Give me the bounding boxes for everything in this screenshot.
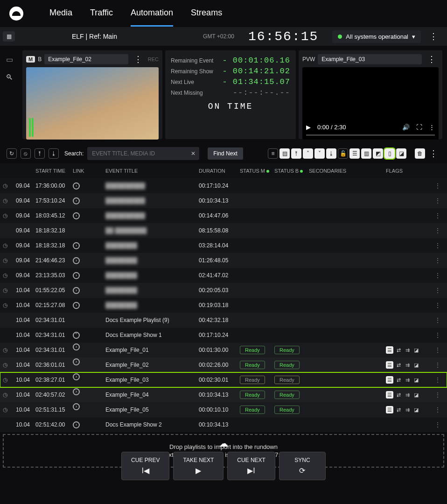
nav-media[interactable]: Media (49, 0, 72, 27)
note-icon[interactable]: ☰ (386, 361, 393, 369)
tool-r-3[interactable]: ⭱ (291, 148, 301, 159)
table-row[interactable]: 10.0402:51:42.00›Docs Example Show 200:1… (0, 417, 447, 432)
table-row[interactable]: 09.0418:18:32.18██ ████████08:15:58.08⋮ (0, 223, 447, 238)
row-more-icon[interactable]: ⋮ (435, 406, 440, 413)
flag-icon-3[interactable]: ◪ (412, 376, 420, 384)
fullscreen-icon[interactable]: ⛶ (416, 124, 422, 131)
tool-r-1[interactable]: ≡ (268, 148, 278, 159)
table-row[interactable]: ◷10.0402:38:27.01›Example_File_0300:02:3… (0, 372, 447, 387)
table-row[interactable]: ◷10.0401:55:22.05›████████00:20:05.03⋮ (0, 283, 447, 298)
row-more-icon[interactable]: ⋮ (435, 272, 440, 279)
system-status[interactable]: All systems operational ▾ (332, 30, 421, 43)
table-row[interactable]: ◷09.0418:18:32.18›████████03:28:14.04⋮ (0, 238, 447, 253)
tool-r-8[interactable]: ▥ (361, 148, 371, 159)
nav-streams[interactable]: Streams (191, 0, 222, 27)
tool-icon-1[interactable]: ⦸ (21, 148, 31, 159)
table-row[interactable]: ◷10.0402:51:31.15›Example_File_0500:00:1… (0, 402, 447, 417)
cue-next-button[interactable]: CUE NEXT▶I (227, 452, 275, 480)
flag-icon-2[interactable]: ⇉ (404, 406, 411, 413)
toolbar-more-icon[interactable]: ⋮ (426, 148, 440, 159)
find-next-button[interactable]: Find Next (208, 147, 243, 160)
live-monitor: M B Example_File_02 ⋮ REC (22, 50, 162, 139)
table-row[interactable]: ◷09.0423:13:35.03›████████02:41:47.02⋮ (0, 268, 447, 283)
tool-r-10[interactable]: ◪ (396, 148, 406, 159)
flag-icon-3[interactable]: ◪ (412, 406, 420, 413)
tool-icon-2[interactable]: ⭱ (35, 148, 45, 159)
flag-icon-3[interactable]: ◪ (412, 391, 420, 399)
tool-r-7[interactable]: ☰ (349, 148, 360, 159)
flag-icon-3[interactable]: ◪ (412, 346, 420, 354)
row-more-icon[interactable]: ⋮ (435, 227, 440, 234)
play-icon[interactable]: ▶ (306, 124, 311, 131)
flag-icon-1[interactable]: ⇄ (395, 376, 402, 384)
row-more-icon[interactable]: ⋮ (435, 317, 440, 323)
flag-icon-1[interactable]: ⇄ (395, 346, 402, 354)
flag-icon-2[interactable]: ⇉ (404, 361, 411, 369)
table-row[interactable]: ◷09.0421:46:46.23›████████01:26:48.05⋮ (0, 253, 447, 268)
note-icon[interactable]: ☰ (386, 406, 393, 413)
nav-automation[interactable]: Automation (131, 0, 173, 27)
row-more-icon[interactable]: ⋮ (435, 392, 440, 398)
player-progress[interactable] (306, 134, 435, 136)
row-more-icon[interactable]: ⋮ (435, 257, 440, 264)
row-more-icon[interactable]: ⋮ (435, 362, 440, 368)
remaining-show-label: Remaining Show (171, 68, 213, 75)
refresh-icon[interactable]: ↻ (7, 148, 17, 159)
note-icon[interactable]: ☰ (386, 391, 393, 399)
table-row[interactable]: ◷10.0402:40:57.02›Example_File_0400:10:3… (0, 387, 447, 402)
search-icon[interactable]: 🔍︎ (6, 73, 13, 82)
note-icon[interactable]: ☰ (386, 346, 393, 354)
status-dot-icon (338, 35, 342, 39)
table-row[interactable]: ◷09.0418:03:45.12›██████████00:14:47.06⋮ (0, 208, 447, 223)
tool-icon-3[interactable]: ⭳ (49, 148, 59, 159)
row-more-icon[interactable]: ⋮ (435, 377, 440, 383)
flag-icon-2[interactable]: ⇉ (404, 376, 411, 384)
pvw-more-icon[interactable]: ⋮ (425, 54, 439, 64)
row-more-icon[interactable]: ⋮ (435, 421, 440, 428)
row-more-icon[interactable]: ⋮ (435, 212, 440, 219)
table-row[interactable]: 10.0402:34:31.01Docs Example Playlist (9… (0, 313, 447, 328)
tool-r-6[interactable]: ⭳ (326, 148, 336, 159)
tool-r-highlighted[interactable]: ▯ (384, 148, 395, 159)
layout-icon[interactable]: ▦ (3, 31, 15, 42)
flag-icon-1[interactable]: ⇄ (395, 406, 402, 413)
tool-r-4[interactable]: ˄ (303, 148, 313, 159)
player-more-icon[interactable]: ⋮ (429, 124, 435, 131)
table-row[interactable]: ◷10.0402:36:01.01›Example_File_0200:02:2… (0, 357, 447, 372)
pvw-filename[interactable]: Example_File_03 (318, 54, 422, 64)
table-row[interactable]: ◷09.0417:53:10.24›██████████00:10:34.13⋮ (0, 193, 447, 208)
flag-icon-1[interactable]: ⇄ (395, 361, 402, 369)
row-more-icon[interactable]: ⋮ (435, 287, 440, 294)
row-more-icon[interactable]: ⋮ (435, 302, 440, 308)
row-more-icon[interactable]: ⋮ (435, 197, 440, 204)
delete-icon[interactable]: 🗑 (415, 148, 425, 159)
table-row[interactable]: ◷10.0402:15:27.08›████████00:19:03.18⋮ (0, 298, 447, 313)
live-more-icon[interactable]: ⋮ (131, 54, 145, 64)
flag-icon-3[interactable]: ◪ (412, 361, 420, 369)
flag-icon-2[interactable]: ⇉ (404, 391, 411, 399)
monitor-icon[interactable]: ▭ (6, 55, 13, 64)
take-next-button[interactable]: TAKE NEXT▶ (173, 452, 224, 480)
cue-prev-button[interactable]: CUE PREVI◀ (121, 452, 169, 480)
more-menu-icon[interactable]: ⋮ (426, 31, 440, 42)
live-filename[interactable]: Example_File_02 (44, 54, 128, 64)
volume-icon[interactable]: 🔊 (402, 124, 410, 131)
row-more-icon[interactable]: ⋮ (435, 332, 440, 338)
note-icon[interactable]: ☰ (386, 376, 393, 384)
row-more-icon[interactable]: ⋮ (435, 182, 440, 189)
clear-search-icon[interactable]: ✕ (191, 150, 196, 157)
flag-icon-2[interactable]: ⇉ (404, 346, 411, 354)
sync-button[interactable]: SYNC⟳ (279, 452, 326, 480)
tool-r-5[interactable]: ˅ (314, 148, 325, 159)
nav-traffic[interactable]: Traffic (90, 0, 113, 27)
tool-r-9[interactable]: ◩ (373, 148, 383, 159)
flag-icon-1[interactable]: ⇄ (395, 391, 402, 399)
tool-r-2[interactable]: ▤ (279, 148, 290, 159)
row-more-icon[interactable]: ⋮ (435, 242, 440, 249)
table-row[interactable]: ◷10.0402:34:31.01›Example_File_0100:01:3… (0, 343, 447, 357)
table-row[interactable]: 10.0402:34:31.01˅Docs Example Show 100:1… (0, 328, 447, 343)
row-more-icon[interactable]: ⋮ (435, 347, 440, 353)
table-row[interactable]: ◷09.0417:36:00.00›██████████00:17:10.24⋮ (0, 178, 447, 193)
search-input[interactable] (87, 147, 199, 160)
lock-icon[interactable]: 🔓 (338, 148, 348, 159)
